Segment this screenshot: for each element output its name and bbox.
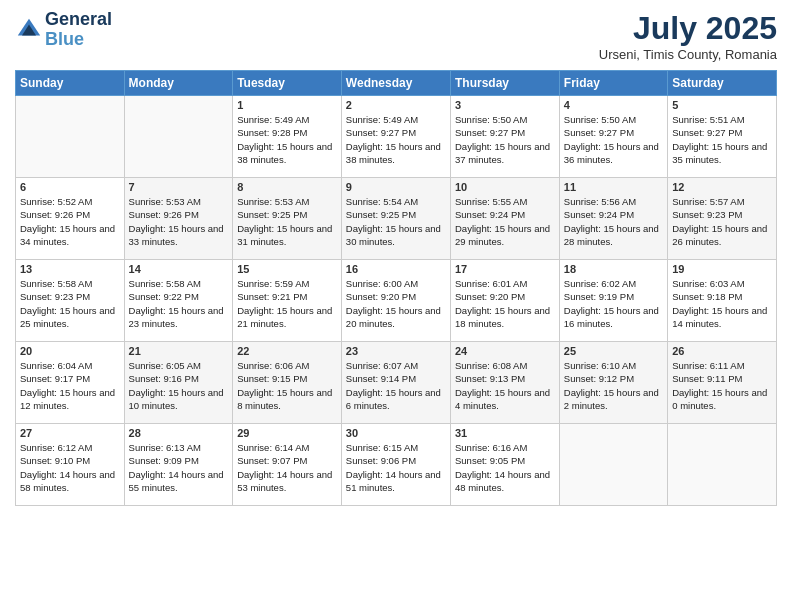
calendar-day: 16Sunrise: 6:00 AM Sunset: 9:20 PM Dayli… [341, 260, 450, 342]
calendar-day: 25Sunrise: 6:10 AM Sunset: 9:12 PM Dayli… [559, 342, 667, 424]
calendar-day: 20Sunrise: 6:04 AM Sunset: 9:17 PM Dayli… [16, 342, 125, 424]
col-monday: Monday [124, 71, 233, 96]
calendar-day: 22Sunrise: 6:06 AM Sunset: 9:15 PM Dayli… [233, 342, 342, 424]
logo-text: GeneralBlue [45, 10, 112, 50]
day-number: 7 [129, 181, 229, 193]
calendar-day [668, 424, 777, 506]
day-info: Sunrise: 6:05 AM Sunset: 9:16 PM Dayligh… [129, 359, 229, 412]
logo: GeneralBlue [15, 10, 112, 50]
calendar-day: 6Sunrise: 5:52 AM Sunset: 9:26 PM Daylig… [16, 178, 125, 260]
day-number: 26 [672, 345, 772, 357]
day-number: 19 [672, 263, 772, 275]
day-info: Sunrise: 6:03 AM Sunset: 9:18 PM Dayligh… [672, 277, 772, 330]
day-number: 22 [237, 345, 337, 357]
day-number: 17 [455, 263, 555, 275]
logo-blue: Blue [45, 29, 84, 49]
day-number: 27 [20, 427, 120, 439]
day-number: 10 [455, 181, 555, 193]
day-info: Sunrise: 6:10 AM Sunset: 9:12 PM Dayligh… [564, 359, 663, 412]
calendar-day: 28Sunrise: 6:13 AM Sunset: 9:09 PM Dayli… [124, 424, 233, 506]
day-number: 13 [20, 263, 120, 275]
day-info: Sunrise: 5:49 AM Sunset: 9:27 PM Dayligh… [346, 113, 446, 166]
day-info: Sunrise: 6:12 AM Sunset: 9:10 PM Dayligh… [20, 441, 120, 494]
calendar-day: 10Sunrise: 5:55 AM Sunset: 9:24 PM Dayli… [450, 178, 559, 260]
col-friday: Friday [559, 71, 667, 96]
calendar-table: Sunday Monday Tuesday Wednesday Thursday… [15, 70, 777, 506]
day-info: Sunrise: 5:55 AM Sunset: 9:24 PM Dayligh… [455, 195, 555, 248]
calendar-day: 7Sunrise: 5:53 AM Sunset: 9:26 PM Daylig… [124, 178, 233, 260]
logo-icon [15, 16, 43, 44]
day-number: 9 [346, 181, 446, 193]
day-number: 11 [564, 181, 663, 193]
day-number: 15 [237, 263, 337, 275]
day-info: Sunrise: 5:52 AM Sunset: 9:26 PM Dayligh… [20, 195, 120, 248]
calendar-day: 14Sunrise: 5:58 AM Sunset: 9:22 PM Dayli… [124, 260, 233, 342]
calendar-day: 31Sunrise: 6:16 AM Sunset: 9:05 PM Dayli… [450, 424, 559, 506]
calendar-week-row-5: 27Sunrise: 6:12 AM Sunset: 9:10 PM Dayli… [16, 424, 777, 506]
day-info: Sunrise: 5:54 AM Sunset: 9:25 PM Dayligh… [346, 195, 446, 248]
day-info: Sunrise: 5:59 AM Sunset: 9:21 PM Dayligh… [237, 277, 337, 330]
day-info: Sunrise: 5:50 AM Sunset: 9:27 PM Dayligh… [455, 113, 555, 166]
calendar-header-row: Sunday Monday Tuesday Wednesday Thursday… [16, 71, 777, 96]
day-info: Sunrise: 5:57 AM Sunset: 9:23 PM Dayligh… [672, 195, 772, 248]
col-tuesday: Tuesday [233, 71, 342, 96]
col-sunday: Sunday [16, 71, 125, 96]
day-number: 25 [564, 345, 663, 357]
calendar-day: 8Sunrise: 5:53 AM Sunset: 9:25 PM Daylig… [233, 178, 342, 260]
day-number: 23 [346, 345, 446, 357]
calendar-day: 26Sunrise: 6:11 AM Sunset: 9:11 PM Dayli… [668, 342, 777, 424]
day-number: 6 [20, 181, 120, 193]
day-info: Sunrise: 5:53 AM Sunset: 9:25 PM Dayligh… [237, 195, 337, 248]
calendar-day: 3Sunrise: 5:50 AM Sunset: 9:27 PM Daylig… [450, 96, 559, 178]
col-thursday: Thursday [450, 71, 559, 96]
day-number: 4 [564, 99, 663, 111]
day-number: 2 [346, 99, 446, 111]
day-info: Sunrise: 6:07 AM Sunset: 9:14 PM Dayligh… [346, 359, 446, 412]
calendar-day: 19Sunrise: 6:03 AM Sunset: 9:18 PM Dayli… [668, 260, 777, 342]
day-info: Sunrise: 6:06 AM Sunset: 9:15 PM Dayligh… [237, 359, 337, 412]
calendar-day: 15Sunrise: 5:59 AM Sunset: 9:21 PM Dayli… [233, 260, 342, 342]
page: GeneralBlue July 2025 Urseni, Timis Coun… [0, 0, 792, 612]
day-number: 14 [129, 263, 229, 275]
day-info: Sunrise: 6:11 AM Sunset: 9:11 PM Dayligh… [672, 359, 772, 412]
day-info: Sunrise: 5:53 AM Sunset: 9:26 PM Dayligh… [129, 195, 229, 248]
day-info: Sunrise: 6:02 AM Sunset: 9:19 PM Dayligh… [564, 277, 663, 330]
location: Urseni, Timis County, Romania [599, 47, 777, 62]
day-number: 8 [237, 181, 337, 193]
day-number: 18 [564, 263, 663, 275]
day-number: 20 [20, 345, 120, 357]
title-block: July 2025 Urseni, Timis County, Romania [599, 10, 777, 62]
day-info: Sunrise: 6:15 AM Sunset: 9:06 PM Dayligh… [346, 441, 446, 494]
calendar-day: 27Sunrise: 6:12 AM Sunset: 9:10 PM Dayli… [16, 424, 125, 506]
calendar-day: 12Sunrise: 5:57 AM Sunset: 9:23 PM Dayli… [668, 178, 777, 260]
calendar-day: 18Sunrise: 6:02 AM Sunset: 9:19 PM Dayli… [559, 260, 667, 342]
col-saturday: Saturday [668, 71, 777, 96]
day-info: Sunrise: 5:58 AM Sunset: 9:23 PM Dayligh… [20, 277, 120, 330]
calendar-day [559, 424, 667, 506]
calendar-day: 23Sunrise: 6:07 AM Sunset: 9:14 PM Dayli… [341, 342, 450, 424]
day-number: 3 [455, 99, 555, 111]
calendar-day: 24Sunrise: 6:08 AM Sunset: 9:13 PM Dayli… [450, 342, 559, 424]
day-number: 12 [672, 181, 772, 193]
day-info: Sunrise: 6:01 AM Sunset: 9:20 PM Dayligh… [455, 277, 555, 330]
day-info: Sunrise: 5:50 AM Sunset: 9:27 PM Dayligh… [564, 113, 663, 166]
day-number: 16 [346, 263, 446, 275]
calendar-week-row-1: 1Sunrise: 5:49 AM Sunset: 9:28 PM Daylig… [16, 96, 777, 178]
day-info: Sunrise: 6:14 AM Sunset: 9:07 PM Dayligh… [237, 441, 337, 494]
day-info: Sunrise: 6:16 AM Sunset: 9:05 PM Dayligh… [455, 441, 555, 494]
day-info: Sunrise: 6:00 AM Sunset: 9:20 PM Dayligh… [346, 277, 446, 330]
day-number: 31 [455, 427, 555, 439]
day-number: 24 [455, 345, 555, 357]
calendar-day: 30Sunrise: 6:15 AM Sunset: 9:06 PM Dayli… [341, 424, 450, 506]
calendar-day: 5Sunrise: 5:51 AM Sunset: 9:27 PM Daylig… [668, 96, 777, 178]
day-info: Sunrise: 5:58 AM Sunset: 9:22 PM Dayligh… [129, 277, 229, 330]
calendar-day: 17Sunrise: 6:01 AM Sunset: 9:20 PM Dayli… [450, 260, 559, 342]
calendar-day: 21Sunrise: 6:05 AM Sunset: 9:16 PM Dayli… [124, 342, 233, 424]
day-info: Sunrise: 5:51 AM Sunset: 9:27 PM Dayligh… [672, 113, 772, 166]
calendar-week-row-3: 13Sunrise: 5:58 AM Sunset: 9:23 PM Dayli… [16, 260, 777, 342]
day-number: 1 [237, 99, 337, 111]
day-number: 29 [237, 427, 337, 439]
day-number: 21 [129, 345, 229, 357]
calendar-day: 13Sunrise: 5:58 AM Sunset: 9:23 PM Dayli… [16, 260, 125, 342]
day-number: 5 [672, 99, 772, 111]
